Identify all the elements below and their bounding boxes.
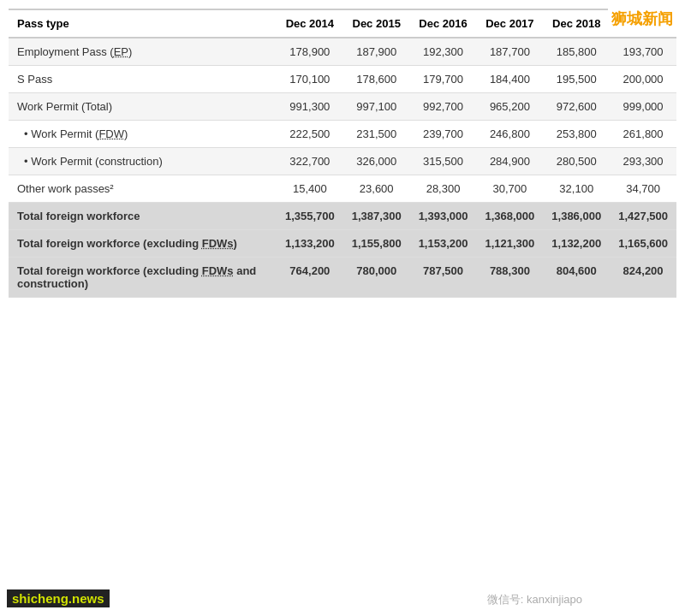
row-value: 315,500 bbox=[410, 148, 477, 175]
table-header-row: Pass type Dec 2014 Dec 2015 Dec 2016 Dec… bbox=[9, 9, 676, 38]
row-value: 1,393,000 bbox=[410, 203, 477, 230]
table-row: Employment Pass (EP)178,900187,900192,30… bbox=[9, 38, 676, 66]
row-value: 200,000 bbox=[610, 66, 676, 93]
row-value: 999,000 bbox=[610, 93, 676, 121]
row-value: 965,200 bbox=[476, 93, 543, 121]
row-value: 170,100 bbox=[277, 66, 343, 93]
row-value: 764,200 bbox=[277, 258, 343, 298]
row-value: 253,800 bbox=[543, 121, 610, 148]
row-value: 15,400 bbox=[277, 175, 343, 203]
row-value: 1,133,200 bbox=[277, 230, 343, 258]
row-value: 231,500 bbox=[343, 121, 410, 148]
row-value: 780,000 bbox=[343, 258, 410, 298]
row-value: 28,300 bbox=[410, 175, 477, 203]
table-row: • Work Permit (FDW)222,500231,500239,700… bbox=[9, 121, 676, 148]
row-value: 1,121,300 bbox=[476, 230, 543, 258]
row-value: 804,600 bbox=[543, 258, 610, 298]
row-value: 187,900 bbox=[343, 38, 410, 66]
row-value: 326,000 bbox=[343, 148, 410, 175]
table-row: Work Permit (Total)991,300997,100992,700… bbox=[9, 93, 676, 121]
row-label: Total foreign workforce (excluding FDWs … bbox=[9, 258, 277, 298]
row-value: 179,700 bbox=[410, 66, 477, 93]
row-value: 239,700 bbox=[410, 121, 477, 148]
bullet-icon: • bbox=[24, 155, 31, 168]
row-value: 23,600 bbox=[343, 175, 410, 203]
row-label: Work Permit (Total) bbox=[9, 93, 277, 121]
row-value: 824,200 bbox=[610, 258, 676, 298]
row-value: 178,900 bbox=[277, 38, 343, 66]
watermark-bottom-left: shicheng.news bbox=[7, 589, 110, 607]
row-value: 322,700 bbox=[277, 148, 343, 175]
row-value: 34,700 bbox=[610, 175, 676, 203]
row-value: 280,500 bbox=[543, 148, 610, 175]
table-row: S Pass170,100178,600179,700184,400195,50… bbox=[9, 66, 676, 93]
table-row: Total foreign workforce (excluding FDWs)… bbox=[9, 230, 676, 258]
row-label: Total foreign workforce bbox=[9, 203, 277, 230]
row-value: 195,500 bbox=[543, 66, 610, 93]
col-header-dec2014: Dec 2014 bbox=[277, 9, 343, 38]
table-row: Total foreign workforce1,355,7001,387,30… bbox=[9, 203, 676, 230]
watermark-top: 狮城新闻 bbox=[608, 7, 676, 31]
row-value: 261,800 bbox=[610, 121, 676, 148]
row-label: Total foreign workforce (excluding FDWs) bbox=[9, 230, 277, 258]
row-value: 192,300 bbox=[410, 38, 477, 66]
data-table: Pass type Dec 2014 Dec 2015 Dec 2016 Dec… bbox=[9, 9, 676, 298]
row-value: 187,700 bbox=[476, 38, 543, 66]
col-header-dec2018: Dec 2018 bbox=[543, 9, 610, 38]
row-value: 787,500 bbox=[410, 258, 477, 298]
bullet-icon: • bbox=[24, 127, 31, 140]
table-row: • Work Permit (construction)322,700326,0… bbox=[9, 148, 676, 175]
row-value: 193,700 bbox=[610, 38, 676, 66]
row-value: 284,900 bbox=[476, 148, 543, 175]
row-value: 1,368,000 bbox=[476, 203, 543, 230]
row-value: 178,600 bbox=[343, 66, 410, 93]
row-value: 222,500 bbox=[277, 121, 343, 148]
row-value: 30,700 bbox=[476, 175, 543, 203]
col-header-dec2016: Dec 2016 bbox=[410, 9, 477, 38]
row-value: 1,132,200 bbox=[543, 230, 610, 258]
row-label: Employment Pass (EP) bbox=[9, 38, 277, 66]
row-label: • Work Permit (construction) bbox=[9, 148, 277, 175]
row-value: 32,100 bbox=[543, 175, 610, 203]
row-value: 991,300 bbox=[277, 93, 343, 121]
row-label: S Pass bbox=[9, 66, 277, 93]
col-header-dec2017: Dec 2017 bbox=[476, 9, 543, 38]
row-value: 997,100 bbox=[343, 93, 410, 121]
row-value: 185,800 bbox=[543, 38, 610, 66]
table-row: Total foreign workforce (excluding FDWs … bbox=[9, 258, 676, 298]
table-row: Other work passes²15,40023,60028,30030,7… bbox=[9, 175, 676, 203]
row-value: 1,165,600 bbox=[610, 230, 676, 258]
row-label: • Work Permit (FDW) bbox=[9, 121, 277, 148]
row-value: 184,400 bbox=[476, 66, 543, 93]
table-container: 狮城新闻 Pass type Dec 2014 Dec 2015 Dec 201… bbox=[0, 0, 685, 332]
row-value: 1,355,700 bbox=[277, 203, 343, 230]
row-value: 1,386,000 bbox=[543, 203, 610, 230]
row-label: Other work passes² bbox=[9, 175, 277, 203]
col-header-dec2015: Dec 2015 bbox=[343, 9, 410, 38]
col-header-passtype: Pass type bbox=[9, 9, 277, 38]
row-value: 788,300 bbox=[476, 258, 543, 298]
row-value: 1,427,500 bbox=[610, 203, 676, 230]
row-value: 293,300 bbox=[610, 148, 676, 175]
row-value: 1,153,200 bbox=[410, 230, 477, 258]
row-value: 1,387,300 bbox=[343, 203, 410, 230]
watermark-bottom-right: 微信号: kanxinjiapo bbox=[487, 592, 582, 607]
row-value: 1,155,800 bbox=[343, 230, 410, 258]
row-value: 246,800 bbox=[476, 121, 543, 148]
row-value: 972,600 bbox=[543, 93, 610, 121]
row-value: 992,700 bbox=[410, 93, 477, 121]
